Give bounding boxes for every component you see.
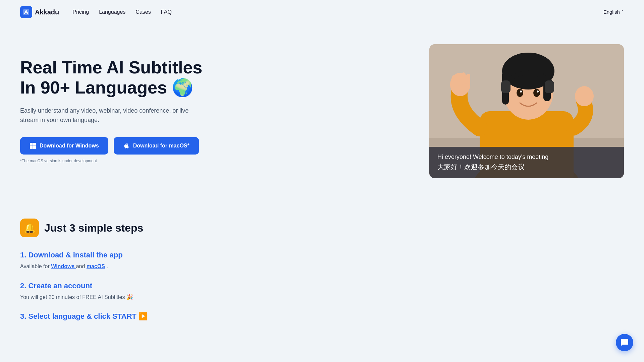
svg-rect-24 — [501, 80, 511, 93]
hero-title: Real Time AI Subtitles In 90+ Languages … — [20, 58, 409, 98]
hero-image-area: Hi everyone! Welcome to today's meeting … — [429, 44, 624, 178]
hero-section: Real Time AI Subtitles In 90+ Languages … — [0, 24, 644, 205]
navbar: Akkadu Pricing Languages Cases FAQ Engli… — [0, 0, 644, 24]
nav-languages[interactable]: Languages — [99, 9, 125, 15]
download-macos-button[interactable]: Download for macOS* — [114, 137, 199, 155]
steps-icon: 🔔 — [20, 219, 39, 237]
step-1-desc-prefix: Available for — [20, 263, 51, 269]
svg-rect-3 — [30, 146, 33, 149]
logo-icon — [20, 6, 32, 18]
hero-left: Real Time AI Subtitles In 90+ Languages … — [20, 44, 409, 163]
svg-point-15 — [533, 89, 540, 97]
svg-point-14 — [517, 89, 523, 97]
svg-point-17 — [537, 90, 539, 93]
cta-buttons: Download for Windows Download for macOS* — [20, 137, 409, 155]
step-1: 1. Download & install the app Available … — [20, 251, 624, 271]
subtitle-english: Hi everyone! Welcome to today's meeting — [437, 154, 616, 161]
svg-rect-21 — [462, 72, 466, 85]
chat-button[interactable] — [616, 334, 633, 351]
svg-rect-19 — [452, 75, 456, 87]
step-1-and: and — [76, 263, 85, 269]
apple-icon — [123, 142, 130, 149]
hero-subtitle: Easily understand any video, webinar, vi… — [20, 106, 201, 125]
svg-rect-2 — [33, 143, 36, 146]
macos-note: *The macOS version is under development — [20, 159, 409, 163]
step-2: 2. Create an account You will get 20 min… — [20, 282, 624, 302]
svg-rect-1 — [30, 143, 33, 146]
svg-rect-0 — [23, 9, 29, 15]
subtitle-overlay: Hi everyone! Welcome to today's meeting … — [429, 147, 624, 178]
language-label: English ˅ — [603, 9, 624, 15]
step-1-heading: 1. Download & install the app — [20, 251, 624, 259]
hero-title-line1: Real Time AI Subtitles — [20, 58, 202, 77]
hero-image: Hi everyone! Welcome to today's meeting … — [429, 44, 624, 178]
svg-rect-22 — [466, 74, 470, 85]
language-selector[interactable]: English ˅ — [603, 9, 624, 15]
svg-point-16 — [520, 90, 522, 93]
step-1-suffix: . — [106, 263, 108, 269]
step-1-desc: Available for Windows and macOS . — [20, 262, 624, 271]
step-2-desc: You will get 20 minutes of FREE AI Subti… — [20, 293, 624, 302]
steps-title: Just 3 simple steps — [44, 222, 143, 234]
step-3-heading: 3. Select language & click START ▶️ — [20, 312, 624, 321]
steps-section: 🔔 Just 3 simple steps 1. Download & inst… — [0, 205, 644, 352]
nav-links: Pricing Languages Cases FAQ — [72, 9, 171, 15]
logo-text: Akkadu — [35, 8, 59, 16]
windows-link[interactable]: Windows — [51, 263, 76, 269]
steps-header: 🔔 Just 3 simple steps — [20, 219, 624, 237]
download-windows-label: Download for Windows — [40, 143, 99, 149]
chat-icon — [620, 338, 629, 347]
svg-rect-25 — [545, 80, 554, 93]
logo-link[interactable]: Akkadu — [20, 6, 59, 18]
subtitle-chinese: 大家好！欢迎参加今天的会议 — [437, 163, 616, 172]
nav-pricing[interactable]: Pricing — [72, 9, 89, 15]
svg-rect-4 — [33, 146, 36, 149]
windows-icon — [30, 142, 36, 149]
step-2-heading: 2. Create an account — [20, 282, 624, 290]
download-macos-label: Download for macOS* — [133, 143, 190, 149]
nav-faq[interactable]: FAQ — [161, 9, 172, 15]
nav-cases[interactable]: Cases — [136, 9, 151, 15]
download-windows-button[interactable]: Download for Windows — [20, 137, 108, 155]
svg-rect-20 — [457, 73, 461, 86]
hero-title-line2: In 90+ Languages 🌍 — [20, 78, 194, 97]
svg-point-23 — [575, 86, 594, 106]
step-3: 3. Select language & click START ▶️ — [20, 312, 624, 321]
macos-link[interactable]: macOS — [87, 263, 105, 269]
